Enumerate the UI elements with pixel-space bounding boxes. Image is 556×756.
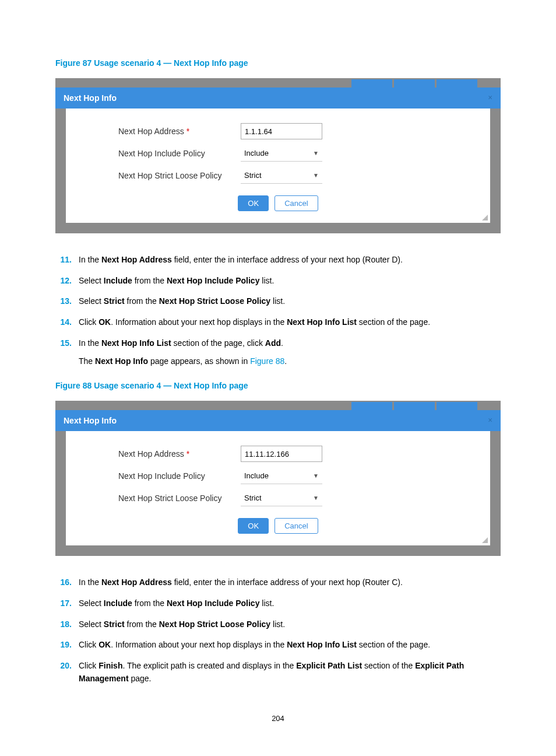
step-number: 12.: [55, 275, 72, 288]
resize-grip-icon[interactable]: [481, 214, 488, 220]
t: The: [79, 356, 95, 366]
tab-strip-item: [351, 402, 392, 410]
select-value: Include: [244, 149, 269, 158]
ok-button[interactable]: OK: [238, 195, 269, 211]
step-body: In the Next Hop Address field, enter the…: [79, 254, 501, 267]
include-label: Next Hop Include Policy: [89, 149, 229, 158]
select-value: Include: [244, 471, 269, 480]
step-number: 18.: [55, 618, 72, 631]
t: from the: [125, 296, 159, 306]
step-11: 11. In the Next Hop Address field, enter…: [55, 254, 501, 267]
t: Next Hop Address: [101, 578, 172, 587]
required-asterisk: *: [186, 127, 189, 136]
t: Strict: [104, 620, 125, 629]
t: .: [284, 356, 287, 366]
t: Strict: [104, 296, 125, 306]
t: In the: [79, 338, 101, 348]
dialog-header: Next Hop Info ×: [55, 88, 501, 108]
tab-strip-item: [394, 79, 435, 88]
include-policy-select[interactable]: Include ▼: [241, 468, 322, 484]
cancel-button[interactable]: Cancel: [275, 195, 318, 211]
address-label: Next Hop Address *: [89, 449, 229, 459]
t: list.: [259, 276, 274, 285]
step-number: 13.: [55, 295, 72, 308]
step-20: 20. Click Finish. The explicit path is c…: [55, 660, 501, 685]
page-number: 204: [55, 714, 501, 723]
t: list.: [270, 620, 285, 629]
step-number: 11.: [55, 254, 72, 267]
include-policy-select[interactable]: Include ▼: [241, 145, 322, 162]
t: Select: [79, 620, 104, 629]
step-16: 16. In the Next Hop Address field, enter…: [55, 576, 501, 589]
dialog-title: Next Hop Info: [64, 93, 117, 103]
t: . Information about your next hop displa…: [111, 317, 287, 327]
form-row-address: Next Hop Address *: [89, 123, 467, 139]
step-body: Select Strict from the Next Hop Strict L…: [79, 295, 501, 308]
t: . The explicit path is created and displ…: [122, 661, 296, 670]
cancel-button[interactable]: Cancel: [275, 518, 318, 534]
tab-strip-item: [351, 79, 392, 88]
t: Next Hop Strict Loose Policy: [159, 296, 270, 306]
dialog-body: Next Hop Address * Next Hop Include Poli…: [66, 431, 490, 545]
form-row-strict: Next Hop Strict Loose Policy Strict ▼: [89, 490, 467, 506]
step-sub: The Next Hop Info page appears, as shown…: [79, 355, 501, 368]
tab-strip-item: [437, 79, 477, 88]
step-12: 12. Select Include from the Next Hop Inc…: [55, 275, 501, 288]
t: Next Hop Address: [101, 255, 172, 264]
close-icon[interactable]: ×: [488, 93, 492, 103]
figure-88-link[interactable]: Figure 88: [250, 356, 284, 366]
step-number: 16.: [55, 576, 72, 589]
close-icon[interactable]: ×: [488, 416, 492, 425]
t: Click: [79, 640, 98, 649]
figure-87-caption: Figure 87 Usage scenario 4 — Next Hop In…: [55, 58, 501, 68]
t: OK: [98, 317, 111, 327]
chevron-down-icon: ▼: [313, 150, 319, 156]
dialog-title: Next Hop Info: [64, 416, 117, 425]
include-label: Next Hop Include Policy: [89, 471, 229, 481]
t: Next Hop Info List: [101, 338, 171, 348]
figure-88-dialog: Next Hop Info × Next Hop Address * Next …: [55, 401, 501, 556]
tab-strip-item: [394, 402, 435, 410]
strict-loose-policy-select[interactable]: Strict ▼: [241, 490, 322, 506]
next-hop-address-input[interactable]: [241, 446, 322, 462]
chevron-down-icon: ▼: [313, 473, 319, 479]
form-row-strict: Next Hop Strict Loose Policy Strict ▼: [89, 167, 467, 184]
t: .: [281, 338, 283, 348]
t: page.: [129, 674, 152, 683]
step-number: 20.: [55, 660, 72, 685]
ok-button[interactable]: OK: [238, 518, 269, 534]
strict-loose-policy-select[interactable]: Strict ▼: [241, 167, 322, 184]
t: section of the page, click: [171, 338, 265, 348]
step-body: Click OK. Information about your next ho…: [79, 639, 501, 652]
t: OK: [98, 640, 111, 649]
label-text: Next Hop Address: [118, 449, 184, 459]
t: Include: [104, 598, 132, 608]
dialog-pad: [55, 223, 501, 233]
button-row: OK Cancel: [89, 518, 467, 534]
t: Finish: [98, 661, 122, 670]
form-row-include: Next Hop Include Policy Include ▼: [89, 468, 467, 484]
t: Click: [79, 661, 98, 670]
step-body: Select Include from the Next Hop Include…: [79, 275, 501, 288]
step-body: Select Strict from the Next Hop Strict L…: [79, 618, 501, 631]
t: from the: [132, 598, 167, 608]
steps-list-1: 11. In the Next Hop Address field, enter…: [55, 254, 501, 368]
tab-strip: [55, 78, 501, 88]
t: section of the page.: [357, 317, 430, 327]
figure-87-dialog: Next Hop Info × Next Hop Address * Next …: [55, 78, 501, 233]
address-label: Next Hop Address *: [89, 127, 229, 136]
strict-label: Next Hop Strict Loose Policy: [89, 494, 229, 503]
resize-grip-icon[interactable]: [481, 536, 488, 543]
t: Next Hop Include Policy: [167, 598, 259, 608]
t: Select: [79, 598, 104, 608]
t: In the: [79, 578, 101, 587]
next-hop-address-input[interactable]: [241, 123, 322, 139]
t: Select: [79, 276, 104, 285]
t: field, enter the in interface address of…: [172, 578, 403, 587]
t: In the: [79, 255, 101, 264]
t: . Information about your next hop displa…: [111, 640, 287, 649]
form-row-address: Next Hop Address *: [89, 446, 467, 462]
t: list.: [259, 598, 274, 608]
strict-label: Next Hop Strict Loose Policy: [89, 171, 229, 180]
select-value: Strict: [244, 171, 262, 180]
